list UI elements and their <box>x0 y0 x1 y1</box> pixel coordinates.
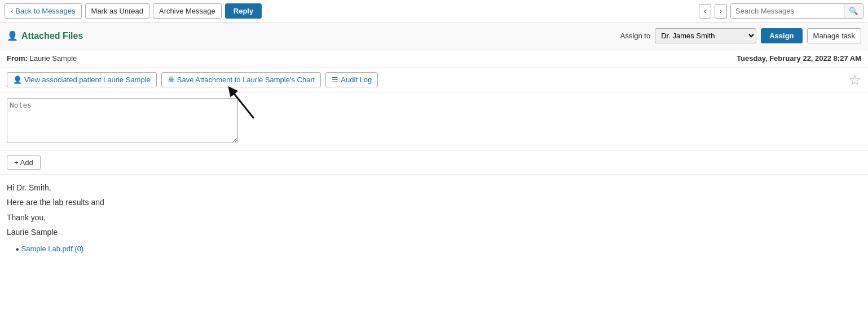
toolbar-left: ‹ Back to Messages Mark as Unread Archiv… <box>5 3 695 19</box>
attachment-item: • Sample Lab.pdf (0) <box>7 241 861 258</box>
message-header: From: Laurie Sample Tuesday, February 22… <box>0 50 868 68</box>
mark-as-unread-button[interactable]: Mark as Unread <box>85 3 149 19</box>
message-date: Tuesday, February 22, 2022 8:27 AM <box>737 54 861 63</box>
toolbar-right: ‹ › 🔍 <box>699 3 863 19</box>
from-name: Laurie Sample <box>29 54 77 63</box>
reply-button[interactable]: Reply <box>225 3 262 19</box>
printer-icon: 🖶 <box>168 75 175 84</box>
add-button[interactable]: + Add <box>7 156 41 170</box>
star-icon[interactable]: ☆ <box>848 73 861 87</box>
search-input[interactable] <box>731 4 844 18</box>
view-patient-button[interactable]: 👤 View associated patient Laurie Sample <box>7 72 157 87</box>
archive-message-button[interactable]: Archive Message <box>153 3 222 19</box>
assign-button[interactable]: Assign <box>761 28 802 43</box>
assign-to-label: Assign to <box>620 32 650 40</box>
attached-files-title: 👤 Attached Files <box>7 30 616 41</box>
next-message-button[interactable]: › <box>715 4 727 19</box>
assign-row: 👤 Attached Files Assign to Dr. James Smi… <box>0 23 868 50</box>
search-button[interactable]: 🔍 <box>844 4 863 18</box>
search-box: 🔍 <box>730 3 863 19</box>
chevron-left-icon: ‹ <box>11 7 13 15</box>
add-section: + Add <box>0 151 868 175</box>
user-icon: 👤 <box>7 30 18 41</box>
from-label-text: From: <box>7 54 28 63</box>
assign-row-right: Assign to Dr. James Smith Assign Manage … <box>620 28 861 43</box>
bullet-icon: • <box>16 242 19 257</box>
save-attachment-button[interactable]: 🖶 Save Attachment to Laurie Sample's Cha… <box>161 72 321 87</box>
back-to-messages-button[interactable]: ‹ Back to Messages <box>5 3 82 19</box>
notes-section <box>0 92 868 151</box>
body-line3: Thank you, <box>7 211 861 224</box>
attachment-link[interactable]: Sample Lab.pdf (0) <box>21 243 84 255</box>
assignee-select[interactable]: Dr. James Smith <box>655 28 756 43</box>
from-field: From: Laurie Sample <box>7 54 77 63</box>
notes-textarea[interactable] <box>7 98 238 143</box>
list-icon: ☰ <box>332 75 338 84</box>
audit-log-button[interactable]: ☰ Audit Log <box>325 72 378 87</box>
body-line4: Laurie Sample <box>7 226 861 238</box>
prev-message-button[interactable]: ‹ <box>699 4 711 19</box>
body-line2: Here are the lab results and <box>7 196 861 208</box>
toolbar: ‹ Back to Messages Mark as Unread Archiv… <box>0 0 868 23</box>
message-body: Hi Dr. Smith, Here are the lab results a… <box>0 175 868 264</box>
body-line1: Hi Dr. Smith, <box>7 181 861 194</box>
search-icon: 🔍 <box>849 7 858 15</box>
manage-task-button[interactable]: Manage task <box>807 28 861 43</box>
user-icon: 👤 <box>13 75 22 84</box>
action-buttons-row: 👤 View associated patient Laurie Sample … <box>0 68 868 92</box>
